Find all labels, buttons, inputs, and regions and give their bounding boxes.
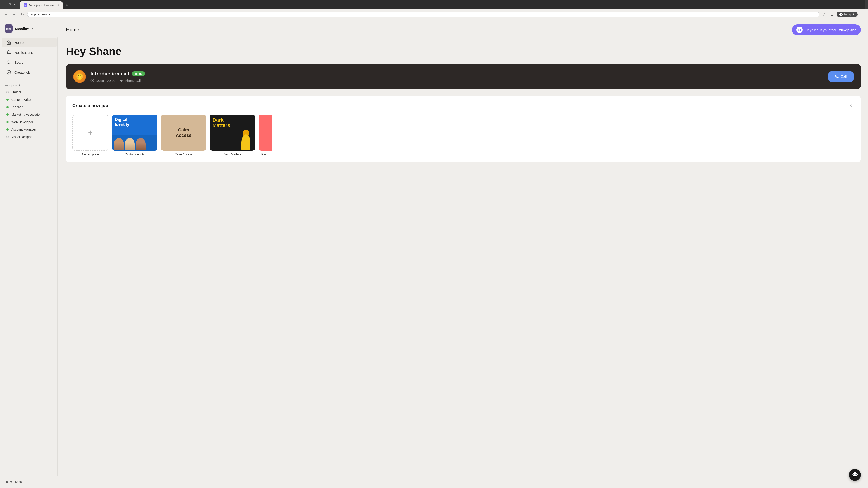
search-icon bbox=[6, 60, 11, 65]
create-job-close-button[interactable]: × bbox=[847, 102, 855, 109]
intro-info: Introduction call Today 23:45 - 00:00 bbox=[90, 71, 824, 83]
intro-time-text: 23:45 - 00:00 bbox=[95, 78, 115, 83]
create-job-icon bbox=[6, 70, 11, 75]
tab-title: Moodjoy · Homerun bbox=[29, 3, 55, 7]
sidebar-search-label: Search bbox=[14, 61, 25, 64]
template-item-blank[interactable]: + No template bbox=[72, 115, 108, 156]
job-dot-account-manager bbox=[6, 128, 8, 131]
sidebar-header[interactable]: MM Moodjoy ▼ bbox=[0, 20, 59, 35]
template-item-calm-access[interactable]: CalmAccess Calm Access bbox=[161, 115, 206, 156]
template-blank-label: No template bbox=[72, 153, 108, 156]
trial-banner: 14 Days left in your trial View plans bbox=[792, 24, 861, 35]
template-dark-figure bbox=[240, 133, 253, 151]
company-dropdown-arrow[interactable]: ▼ bbox=[31, 27, 34, 30]
template-digital-bg: DigitalIdentity bbox=[112, 115, 157, 151]
app-container: MM Moodjoy ▼ Home bbox=[0, 20, 868, 488]
window-close[interactable]: ✕ bbox=[13, 3, 16, 6]
sidebar-job-marketing-associate-label: Marketing Associate bbox=[11, 113, 39, 116]
sidebar-create-job-label: Create job bbox=[14, 70, 30, 74]
templates-grid: + No template DigitalIdentity bbox=[72, 115, 855, 156]
trial-text: Days left in your trial bbox=[805, 28, 836, 32]
main-content: Home 14 Days left in your trial View pla… bbox=[59, 20, 868, 488]
scroll-track[interactable] bbox=[57, 37, 58, 476]
notifications-icon bbox=[6, 50, 11, 55]
sidebar-job-trainer-label: Trainer bbox=[11, 90, 21, 94]
view-plans-link[interactable]: View plans bbox=[839, 28, 856, 32]
browser-tab-active[interactable]: M Moodjoy · Homerun ✕ bbox=[20, 1, 63, 8]
template-dark-label: Dark Matters bbox=[210, 153, 255, 156]
sidebar-job-visual-designer-label: Visual Designer bbox=[11, 135, 33, 139]
menu-icon[interactable]: ⋮ bbox=[859, 11, 865, 18]
intro-time: 23:45 - 00:00 bbox=[90, 78, 115, 83]
call-button[interactable]: Call bbox=[829, 71, 854, 82]
template-rac-label: Rac... bbox=[258, 153, 272, 156]
svg-line-1 bbox=[10, 63, 11, 64]
bookmark-icon[interactable]: ☆ bbox=[821, 11, 828, 18]
forward-button[interactable]: → bbox=[11, 11, 17, 18]
template-item-rac[interactable]: Rac Rac... bbox=[258, 115, 272, 156]
template-calm-label: Calm Access bbox=[161, 153, 206, 156]
sidebar-job-marketing-associate[interactable]: Marketing Associate bbox=[2, 111, 57, 118]
new-tab-button[interactable]: + bbox=[64, 2, 70, 8]
sidebar-item-search[interactable]: Search bbox=[2, 58, 57, 67]
template-dark-body bbox=[241, 134, 250, 150]
sidebar-toggle-icon[interactable]: ☰ bbox=[829, 11, 835, 18]
sidebar-job-trainer[interactable]: Trainer bbox=[2, 89, 57, 96]
sidebar-job-web-developer[interactable]: Web Developer bbox=[2, 119, 57, 126]
main-body: Hey Shane 😊 Introduction call Today bbox=[59, 40, 868, 488]
sidebar-home-label: Home bbox=[14, 41, 24, 44]
browser-toolbar: ← → ↻ app.homerun.co ☆ ☰ Incognito ⋮ bbox=[0, 9, 868, 20]
template-digital-text: DigitalIdentity bbox=[112, 115, 157, 130]
job-dot-trainer bbox=[6, 91, 8, 93]
sidebar-notifications-label: Notifications bbox=[14, 51, 33, 55]
intro-card: 😊 Introduction call Today 23:45 - bbox=[66, 64, 861, 89]
window-maximize[interactable]: ☐ bbox=[8, 3, 11, 6]
sidebar-item-home[interactable]: Home bbox=[2, 38, 57, 47]
template-item-digital-identity[interactable]: DigitalIdentity Digital Identity bbox=[112, 115, 157, 156]
window-minimize[interactable]: — bbox=[3, 3, 6, 6]
sidebar-job-visual-designer[interactable]: Visual Designer bbox=[2, 133, 57, 140]
sidebar-job-account-manager-label: Account Manager bbox=[11, 128, 36, 131]
call-button-label: Call bbox=[841, 74, 847, 78]
sidebar-item-notifications[interactable]: Notifications bbox=[2, 48, 57, 57]
sidebar-scroll-area: Home Notifications bbox=[0, 37, 59, 476]
create-job-title: Create a new job bbox=[72, 103, 108, 108]
sidebar-job-content-writer[interactable]: Content Writer bbox=[2, 96, 57, 103]
template-dark-text: DarkMatters bbox=[213, 117, 230, 128]
your-jobs-section-label: Your jobs ▼ bbox=[0, 81, 59, 88]
template-item-dark-matters[interactable]: DarkMatters Dark Matters bbox=[210, 115, 255, 156]
template-calm-image: CalmAccess bbox=[161, 115, 206, 151]
refresh-button[interactable]: ↻ bbox=[19, 11, 25, 18]
sidebar-nav: Home Notifications bbox=[0, 38, 59, 77]
call-button-icon bbox=[835, 74, 839, 78]
template-digital-label: Digital Identity bbox=[112, 153, 157, 156]
tab-close-button[interactable]: ✕ bbox=[56, 3, 59, 7]
back-button[interactable]: ← bbox=[3, 11, 9, 18]
sidebar-job-teacher[interactable]: Teacher bbox=[2, 103, 57, 111]
sidebar-job-web-developer-label: Web Developer bbox=[11, 120, 33, 124]
intro-type-text: Phone call bbox=[125, 78, 141, 83]
address-bar[interactable]: app.homerun.co bbox=[27, 11, 819, 17]
template-dark-image: DarkMatters bbox=[210, 115, 255, 151]
sidebar-item-create-job[interactable]: Create job bbox=[2, 68, 57, 77]
intro-title: Introduction call bbox=[90, 71, 129, 77]
template-calm-text: CalmAccess bbox=[176, 127, 191, 138]
phone-icon bbox=[120, 78, 123, 82]
sidebar-divider-top bbox=[0, 36, 59, 36]
homerun-logo: HOMERUN bbox=[4, 480, 22, 484]
intro-details: 23:45 - 00:00 Phone call bbox=[90, 78, 824, 83]
browser-chrome: — ☐ ✕ M Moodjoy · Homerun ✕ + ← → ↻ app.… bbox=[0, 0, 868, 20]
chat-bubble-button[interactable]: 💬 bbox=[849, 469, 861, 481]
face-3 bbox=[135, 138, 146, 150]
intro-avatar: 😊 bbox=[73, 70, 86, 83]
your-jobs-dropdown[interactable]: ▼ bbox=[18, 84, 21, 87]
window-controls: — ☐ ✕ bbox=[3, 3, 16, 6]
address-text: app.homerun.co bbox=[31, 13, 815, 16]
today-badge: Today bbox=[132, 71, 145, 76]
create-job-card: Create a new job × + No template bbox=[66, 96, 861, 162]
template-dark-bg: DarkMatters bbox=[210, 115, 255, 151]
template-digital-faces bbox=[112, 135, 157, 151]
company-name-label: Moodjoy bbox=[15, 27, 29, 31]
sidebar-job-account-manager[interactable]: Account Manager bbox=[2, 126, 57, 133]
job-dot-visual-designer bbox=[6, 136, 8, 138]
